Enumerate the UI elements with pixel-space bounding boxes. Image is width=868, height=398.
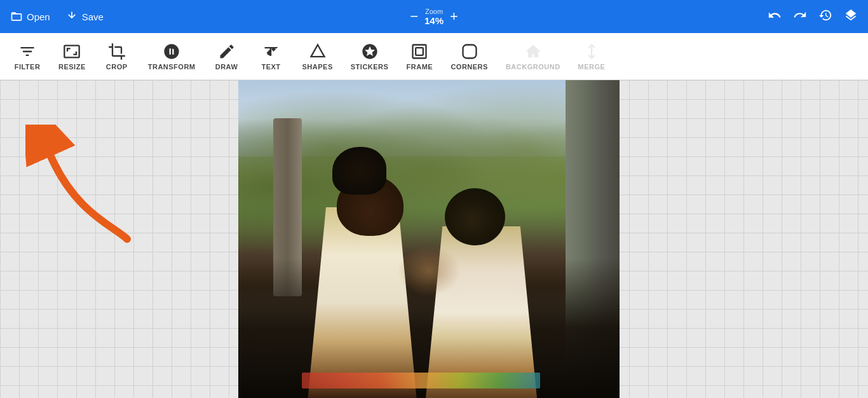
- svg-rect-3: [463, 45, 476, 58]
- merge-label: MERGE: [578, 63, 606, 71]
- tool-background[interactable]: BACKGROUND: [497, 38, 569, 76]
- save-label: Save: [82, 11, 104, 22]
- photo-canvas: [238, 80, 620, 398]
- man-head: [445, 188, 505, 245]
- filter-label: FILTER: [15, 63, 41, 71]
- text-label: TEXT: [261, 63, 280, 71]
- draw-icon: [218, 43, 236, 60]
- background-icon: [524, 43, 542, 60]
- zoom-out-button[interactable]: −: [410, 10, 418, 24]
- zoom-control: − Zoom 14% +: [410, 8, 458, 26]
- corners-icon: [461, 43, 478, 60]
- header-right: [768, 8, 858, 25]
- tool-text[interactable]: TEXT: [249, 38, 294, 76]
- save-icon: [65, 10, 78, 23]
- corners-label: CORNERS: [451, 63, 488, 71]
- tool-corners[interactable]: CORNERS: [442, 38, 497, 76]
- zoom-in-button[interactable]: +: [450, 10, 458, 24]
- tool-crop[interactable]: CROP: [95, 38, 139, 76]
- photo-background: [238, 80, 620, 398]
- shapes-label: SHAPES: [302, 63, 333, 71]
- open-label: Open: [27, 11, 50, 22]
- tool-transform[interactable]: TRANSFORM: [139, 38, 205, 76]
- tool-resize[interactable]: RESIZE: [50, 38, 95, 76]
- open-button[interactable]: Open: [10, 10, 50, 23]
- text-icon: [262, 43, 280, 60]
- tool-filter[interactable]: FILTER: [5, 38, 50, 76]
- frame-icon: [410, 43, 428, 60]
- header-bar: Open Save − Zoom 14% +: [0, 0, 868, 33]
- background-label: BACKGROUND: [506, 63, 560, 71]
- resize-label: RESIZE: [58, 63, 86, 71]
- open-icon: [10, 10, 23, 23]
- shapes-icon: [309, 43, 327, 60]
- merge-icon: [583, 43, 600, 60]
- tool-stickers[interactable]: STICKERS: [342, 38, 398, 76]
- header-left: Open Save: [10, 10, 104, 23]
- clothing-band: [302, 373, 540, 388]
- tool-shapes[interactable]: SHAPES: [294, 38, 342, 76]
- tool-merge[interactable]: MERGE: [569, 38, 614, 76]
- zoom-value: 14%: [424, 15, 444, 26]
- undo-button[interactable]: [768, 8, 782, 25]
- history-button[interactable]: [818, 8, 832, 25]
- canvas-area: [0, 80, 868, 398]
- redo-icon: [793, 8, 807, 22]
- svg-rect-1: [413, 45, 426, 58]
- toolbar: FILTER RESIZE CROP TRANSFORM DRAW TEXT: [0, 33, 868, 80]
- transform-icon: [163, 43, 180, 60]
- crop-icon: [108, 43, 126, 60]
- transform-label: TRANSFORM: [148, 63, 196, 71]
- zoom-label: Zoom: [424, 8, 444, 15]
- stickers-label: STICKERS: [351, 63, 389, 71]
- crop-label: CROP: [106, 63, 128, 71]
- tool-frame[interactable]: FRAME: [397, 38, 442, 76]
- tool-draw[interactable]: DRAW: [205, 38, 249, 76]
- arrow-annotation: [25, 125, 140, 252]
- undo-icon: [768, 8, 782, 22]
- save-button[interactable]: Save: [65, 10, 104, 23]
- hand-area: [397, 245, 461, 296]
- history-icon: [818, 8, 832, 22]
- resize-icon: [63, 43, 81, 60]
- layers-icon: [844, 8, 858, 22]
- svg-marker-0: [311, 45, 324, 57]
- draw-label: DRAW: [215, 63, 238, 71]
- woman-hair: [332, 147, 386, 195]
- svg-rect-2: [416, 48, 424, 55]
- layers-button[interactable]: [844, 8, 858, 25]
- filter-icon: [18, 43, 36, 60]
- stickers-icon: [361, 43, 379, 60]
- frame-label: FRAME: [407, 63, 433, 71]
- redo-button[interactable]: [793, 8, 807, 25]
